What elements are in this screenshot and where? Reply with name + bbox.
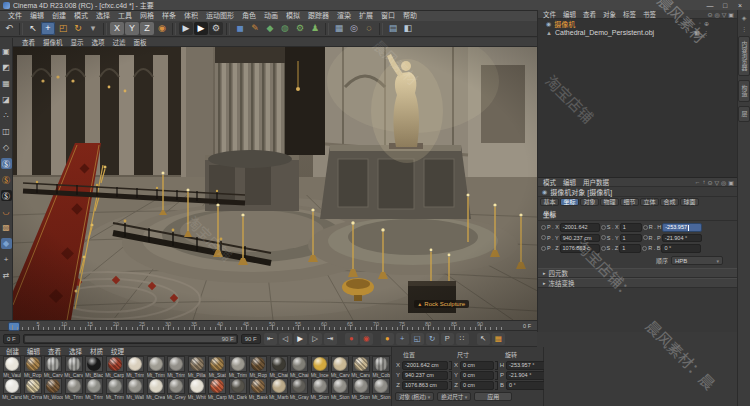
range-slider[interactable]: 90 F xyxy=(23,334,238,344)
material-item[interactable]: Mt_Stat xyxy=(207,356,228,378)
attribute-tab-球面[interactable]: 球面 xyxy=(680,198,699,206)
material-item[interactable]: Mt_Carp xyxy=(105,356,126,378)
material-thumbnail[interactable] xyxy=(372,356,390,372)
material-thumbnail[interactable] xyxy=(126,356,144,372)
tag-icon[interactable]: ⋮ xyxy=(703,29,709,36)
material-thumbnail[interactable] xyxy=(24,378,42,394)
material-item[interactable]: Mt_Wood xyxy=(43,378,64,400)
menu-4[interactable]: 模式 xyxy=(70,11,92,21)
material-thumbnail[interactable] xyxy=(331,378,349,394)
om-menu-6[interactable]: 书签 xyxy=(640,10,659,19)
material-item[interactable]: Mt_Carv xyxy=(43,356,64,378)
material-item[interactable]: Mt_Cand xyxy=(2,378,23,400)
value-field[interactable]: 0 cm xyxy=(460,361,494,370)
solo-cursor-button[interactable]: ↖ xyxy=(477,333,490,345)
record-dot-icon[interactable] xyxy=(643,225,648,230)
material-item[interactable]: Mt_Trim xyxy=(228,356,249,378)
value-field[interactable]: 0 cm xyxy=(460,381,494,390)
parameter-field[interactable]: 1 xyxy=(619,244,641,253)
value-field[interactable]: -253.957 ° xyxy=(506,361,546,370)
spinner[interactable] xyxy=(495,361,498,370)
menu-9[interactable]: 体积 xyxy=(180,11,202,21)
add-volume-icon[interactable]: ◍ xyxy=(278,22,292,35)
object-row[interactable]: ▲Cathedral_Demo_Persistent.obj▦⋮ xyxy=(538,28,737,37)
material-item[interactable]: Mt_Trim xyxy=(105,378,126,400)
key-position-button[interactable]: + xyxy=(396,333,409,345)
material-thumbnail[interactable] xyxy=(311,356,329,372)
add-simulate-icon[interactable]: ⚙ xyxy=(293,22,307,35)
material-item[interactable]: Mt_Marb xyxy=(269,378,290,400)
material-item[interactable]: Mt_Ince xyxy=(310,356,331,378)
menu-14[interactable]: 跟踪器 xyxy=(304,11,333,21)
value-field[interactable]: 1076.863 cm xyxy=(402,381,448,390)
edge-tab-内容浏览器[interactable]: 内容浏览器 xyxy=(738,36,750,76)
eye-icon[interactable]: ◎ xyxy=(714,11,719,18)
material-item[interactable]: Mt_Whit xyxy=(187,378,208,400)
attribute-tab-立体[interactable]: 立体 xyxy=(640,198,659,206)
viewport-menu-2[interactable]: 摄像机 xyxy=(40,38,66,47)
enable-snap-icon[interactable]: Ⓢ xyxy=(1,158,12,169)
snap-modes-icon[interactable]: Ⓢ xyxy=(1,174,12,185)
keyframe-selection-button[interactable]: ● xyxy=(381,333,394,345)
tag-icon[interactable]: ⊕ xyxy=(704,20,709,27)
attribute-tab-坐标[interactable]: 坐标 xyxy=(560,198,579,206)
viewport-menu-5[interactable]: 过滤 xyxy=(110,38,129,47)
key-scale-button[interactable]: ◱ xyxy=(411,333,424,345)
parameter-field[interactable]: -21.904 ° xyxy=(662,234,702,243)
add-spline-icon[interactable]: ✎ xyxy=(248,22,262,35)
menu-13[interactable]: 模拟 xyxy=(282,11,304,21)
material-thumbnail[interactable] xyxy=(352,378,370,394)
attribute-tab-对象[interactable]: 对象 xyxy=(580,198,599,206)
browser-icon[interactable]: ▣ xyxy=(728,11,734,18)
rotate-tool-icon[interactable]: ↻ xyxy=(71,22,85,35)
record-dot-icon[interactable] xyxy=(643,235,648,240)
render-settings-icon[interactable]: ⚙ xyxy=(209,22,223,35)
scale-tool-icon[interactable]: ◰ xyxy=(56,22,70,35)
add-mograph-icon[interactable]: ◆ xyxy=(263,22,277,35)
record-keyframe-button[interactable]: ● xyxy=(345,333,358,345)
material-thumbnail[interactable] xyxy=(65,378,83,394)
material-item[interactable]: Mt_Ston xyxy=(310,378,331,400)
range-bar[interactable] xyxy=(25,336,236,342)
next-frame-button[interactable]: ▷ xyxy=(309,333,322,345)
material-item[interactable]: Mt_Gray xyxy=(289,378,310,400)
material-item[interactable]: Mt_Ston xyxy=(330,378,351,400)
record-dot-icon[interactable] xyxy=(541,225,546,230)
material-item[interactable]: Mt_Trim xyxy=(64,378,85,400)
material-thumbnail[interactable] xyxy=(208,356,226,372)
coord-system-icon[interactable]: ◉ xyxy=(155,22,169,35)
am-menu-3[interactable]: 用户数据 xyxy=(580,178,612,187)
material-thumbnail[interactable] xyxy=(126,378,144,394)
material-item[interactable]: Mt_Rop xyxy=(23,356,44,378)
material-thumbnail[interactable] xyxy=(352,356,370,372)
autokey-button[interactable]: ◉ xyxy=(360,333,373,345)
playhead[interactable] xyxy=(8,322,20,331)
render-view-icon[interactable]: ▶ xyxy=(179,22,193,35)
menu-1[interactable]: 文件 xyxy=(4,11,26,21)
menu-6[interactable]: 工具 xyxy=(114,11,136,21)
viewport-menu-1[interactable]: 查看 xyxy=(19,38,38,47)
search-icon[interactable]: ⊙ xyxy=(707,11,712,18)
material-item[interactable]: Mt_Trim xyxy=(166,356,187,378)
material-thumbnail[interactable] xyxy=(24,356,42,372)
menu-5[interactable]: 选择 xyxy=(92,11,114,21)
om-menu-4[interactable]: 对象 xyxy=(600,10,619,19)
material-thumbnail[interactable] xyxy=(188,378,206,394)
attribute-tab-物理[interactable]: 物理 xyxy=(600,198,619,206)
material-thumbnail[interactable] xyxy=(65,356,83,372)
parameter-field[interactable]: 0 ° xyxy=(661,244,701,253)
menu-12[interactable]: 动画 xyxy=(260,11,282,21)
add-camera-icon[interactable]: ◎ xyxy=(347,22,361,35)
play-button[interactable]: ▶ xyxy=(294,333,307,345)
material-thumbnail[interactable] xyxy=(290,356,308,372)
move-tool-icon[interactable]: + xyxy=(41,22,55,35)
collapsed-section-冻结变换[interactable]: ▸冻结变换 xyxy=(538,278,737,288)
am-menu-1[interactable]: 模式 xyxy=(540,178,559,187)
menu-8[interactable]: 样条 xyxy=(158,11,180,21)
edges-mode-icon[interactable]: ◫ xyxy=(1,126,12,137)
render-picture-viewer-icon[interactable]: ▶ xyxy=(194,22,208,35)
key-pla-button[interactable]: ∷ xyxy=(456,333,469,345)
spinner[interactable] xyxy=(449,381,452,390)
undo-icon[interactable]: ↶ xyxy=(2,22,16,35)
coord-toggle-icon[interactable]: ⇄ xyxy=(1,270,12,281)
